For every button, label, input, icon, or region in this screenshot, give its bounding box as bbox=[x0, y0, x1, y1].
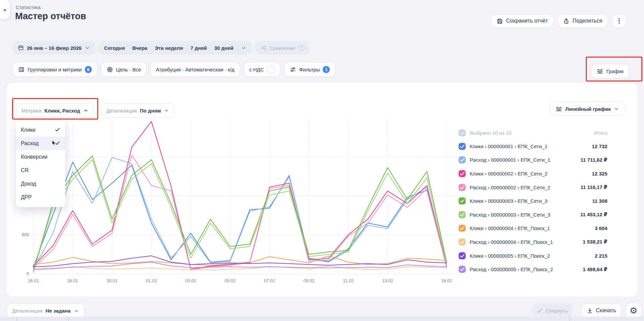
legend-row-9: Клики › 000000005 › ЕПК_Поиск_22 215 bbox=[459, 249, 607, 263]
series-checkbox[interactable] bbox=[459, 238, 466, 246]
report-wizard-page: » Статистика Мастер отчётов Сохранить от… bbox=[0, 0, 644, 321]
collapse-button[interactable]: Свернуть bbox=[532, 304, 573, 317]
legend-row-8: Расход › 000000004 › ЕПК_Поиск_11 538,21… bbox=[459, 235, 607, 249]
mouse-cursor bbox=[51, 140, 57, 147]
wave-chart-icon bbox=[597, 68, 603, 74]
quick-range-group: СегодняВчераЭта неделя7 дней30 дней bbox=[99, 41, 251, 55]
legend-list: Клики › 000000001 › ЕПК_Сети_112 732Расх… bbox=[459, 139, 607, 276]
series-total: 11 453,12 ₽ bbox=[580, 212, 607, 218]
share-button[interactable]: Поделиться bbox=[557, 14, 608, 28]
series-checkbox[interactable] bbox=[459, 225, 466, 232]
metric-select[interactable]: Метрика Клики, Расход bbox=[16, 103, 94, 118]
x-axis-label: 01.02 bbox=[146, 278, 157, 283]
series-label: Клики › 000000005 › ЕПК_Поиск_2 bbox=[470, 253, 591, 259]
series-checkbox[interactable] bbox=[459, 184, 466, 191]
quick-range-4[interactable]: 7 дней bbox=[190, 45, 207, 51]
filters-button[interactable]: Фильтры 1 bbox=[284, 62, 335, 77]
series-total: 11 116,17 ₽ bbox=[580, 184, 607, 190]
series-label: Расход › 000000004 › ЕПК_Поиск_1 bbox=[470, 239, 579, 245]
chevron-up-icon bbox=[83, 108, 88, 113]
columns-icon bbox=[18, 66, 25, 73]
series-total: 1 538,21 ₽ bbox=[583, 239, 607, 245]
check-icon bbox=[55, 127, 60, 134]
menu-item-2[interactable]: Расход bbox=[16, 137, 65, 150]
series-label: Расход › 000000005 › ЕПК_Поиск_2 bbox=[470, 266, 579, 272]
x-axis-label: 13.02 bbox=[382, 278, 393, 283]
x-axis-label: 05.02 bbox=[225, 278, 236, 283]
quick-range-5[interactable]: 30 дней bbox=[214, 45, 234, 51]
x-axis-label: 30.01 bbox=[107, 278, 118, 283]
series-checkbox[interactable] bbox=[459, 252, 466, 259]
date-range-picker[interactable]: 26 янв – 16 февр 2026 bbox=[13, 41, 95, 55]
x-axis-label: 11.02 bbox=[343, 278, 354, 283]
menu-item-3[interactable]: Конверсии bbox=[16, 150, 65, 164]
breadcrumb[interactable]: Статистика bbox=[16, 5, 41, 10]
quick-range-1[interactable]: Сегодня bbox=[104, 45, 125, 51]
goal-button[interactable]: Цель · Все bbox=[101, 62, 147, 77]
header-actions: Сохранить отчёт Поделиться bbox=[491, 14, 627, 28]
series-label: Клики › 000000002 › ЕПК_Сети_2 bbox=[470, 171, 588, 176]
chart-toggle-button[interactable]: График bbox=[591, 64, 629, 78]
chevron-down-icon[interactable] bbox=[241, 45, 246, 51]
groupings-metrics-button[interactable]: Группировки и метрики 8 bbox=[13, 62, 97, 77]
series-checkbox[interactable] bbox=[459, 143, 466, 150]
menu-item-6[interactable]: ДРР bbox=[16, 191, 65, 204]
quick-range-3[interactable]: Эта неделя bbox=[155, 45, 183, 51]
double-chevron-right-icon: » bbox=[3, 7, 6, 12]
metric-dropdown-menu: КликиРасходКонверсииCRДоходДРР bbox=[16, 120, 65, 207]
footer-granularity-select[interactable]: Детализация Не задана bbox=[7, 303, 84, 318]
x-axis-label: 07.02 bbox=[264, 278, 275, 283]
legend-row-3: Клики › 000000002 › ЕПК_Сети_212 325 bbox=[459, 167, 607, 181]
chart-type-select[interactable]: Линейный график bbox=[549, 102, 625, 116]
series-checkbox[interactable] bbox=[459, 170, 466, 177]
chart-line-3 bbox=[33, 122, 447, 269]
total-column-header: Итого bbox=[594, 130, 607, 136]
download-icon bbox=[587, 308, 593, 314]
settings-button[interactable]: ⚙ bbox=[626, 303, 641, 318]
x-axis-label: 03.02 bbox=[185, 278, 196, 283]
y-axis-label: 0 bbox=[27, 271, 29, 276]
menu-item-4[interactable]: CR bbox=[16, 164, 65, 177]
date-toolbar: 26 янв – 16 февр 2026 СегодняВчераЭта не… bbox=[13, 41, 310, 55]
menu-item-5[interactable]: Доход bbox=[16, 177, 65, 191]
series-label: Клики › 000000001 › ЕПК_Сети_1 bbox=[470, 143, 588, 149]
series-total: 12 732 bbox=[592, 143, 607, 149]
help-icon[interactable]: ? bbox=[298, 45, 305, 51]
series-checkbox[interactable] bbox=[459, 266, 466, 273]
filters-count-badge: 1 bbox=[323, 66, 330, 73]
more-actions-button[interactable] bbox=[612, 14, 627, 28]
save-icon bbox=[497, 18, 503, 24]
legend-header: Выбрано 10 из 10 Итого bbox=[459, 129, 607, 136]
vat-toggle[interactable]: с НДС bbox=[244, 62, 281, 77]
series-checkbox[interactable] bbox=[459, 156, 466, 163]
series-checkbox[interactable] bbox=[459, 211, 466, 218]
comparison-button[interactable]: Сравнение ? bbox=[255, 41, 310, 55]
chevron-down-icon bbox=[614, 106, 619, 111]
series-total: 3 604 bbox=[595, 225, 607, 231]
select-all-checkbox[interactable] bbox=[459, 129, 466, 136]
sliders-icon bbox=[290, 66, 296, 73]
chevron-down-icon bbox=[85, 45, 90, 51]
download-button[interactable]: Скачать bbox=[581, 303, 621, 318]
legend-row-2: Расход › 000000001 › ЕПК_Сети_111 711,62… bbox=[459, 153, 607, 167]
groupings-count-badge: 8 bbox=[85, 66, 92, 73]
series-total: 11 308 bbox=[592, 198, 607, 204]
x-axis-label: 26.01 bbox=[28, 278, 39, 283]
chart-line-5 bbox=[33, 156, 447, 271]
chart-line-9 bbox=[33, 256, 447, 267]
sidebar-expand-button[interactable]: » bbox=[0, 0, 10, 19]
vat-checkbox[interactable] bbox=[267, 65, 275, 73]
chart-line-6 bbox=[33, 160, 447, 272]
legend-row-1: Клики › 000000001 › ЕПК_Сети_112 732 bbox=[459, 139, 607, 153]
series-label: Расход › 000000001 › ЕПК_Сети_1 bbox=[470, 157, 576, 163]
save-report-button[interactable]: Сохранить отчёт bbox=[491, 14, 554, 28]
collapse-icon bbox=[537, 308, 543, 313]
quick-range-2[interactable]: Вчера bbox=[132, 45, 147, 51]
legend-row-6: Расход › 000000003 › ЕПК_Сети_311 453,12… bbox=[459, 208, 607, 222]
series-checkbox[interactable] bbox=[459, 197, 466, 204]
legend-row-10: Расход › 000000005 › ЕПК_Поиск_21 489,64… bbox=[459, 262, 607, 276]
chevron-down-icon bbox=[74, 308, 79, 314]
menu-item-1[interactable]: Клики bbox=[16, 123, 65, 137]
attribution-button[interactable]: Атрибуция · Автоматическая · к/д bbox=[150, 62, 240, 77]
x-axis-label: 16.02 bbox=[441, 278, 452, 283]
